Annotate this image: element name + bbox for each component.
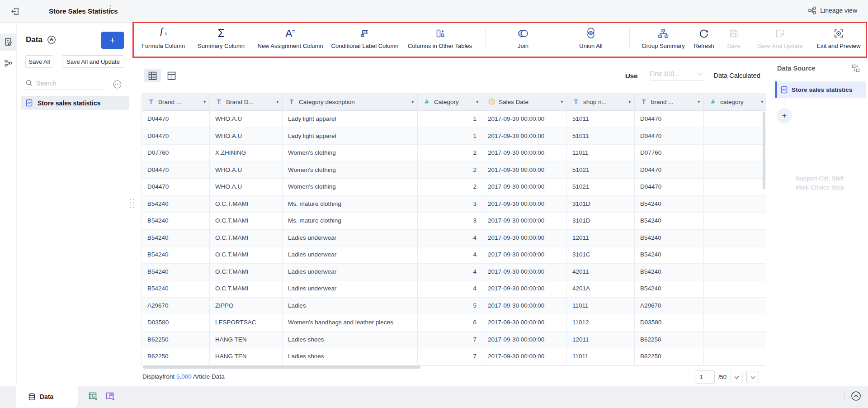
table-cell: B54240 — [635, 230, 704, 247]
search-input[interactable] — [36, 80, 95, 87]
use-label: Use — [625, 72, 638, 80]
union-all-icon — [585, 26, 596, 39]
page-down-button[interactable] — [746, 371, 759, 383]
collapse-circle-icon[interactable] — [47, 35, 56, 44]
toolbar-item-label: Conditional Label Column — [331, 43, 399, 49]
column-header-brand[interactable]: TBrand ...▾ — [142, 93, 210, 110]
add-step-button[interactable]: + — [777, 108, 792, 123]
table-cell: Ladies underwear — [283, 230, 418, 247]
table-cell: X.ZHINING — [210, 145, 283, 161]
add-chart-icon[interactable] — [89, 392, 98, 401]
column-header-category[interactable]: #Category▾ — [418, 93, 482, 110]
table-cell: 2017-09-30 00:00:00 — [482, 230, 567, 247]
add-dataset-button[interactable]: + — [101, 32, 124, 49]
columns-in-other-tables-button[interactable]: Columns in Other Tables — [402, 26, 478, 49]
table-row: B54240O.C.T.MAMIMs. mature clothing32017… — [142, 213, 766, 230]
table-row: D04470WHO.A.ULady light apparel12017-09-… — [142, 111, 766, 128]
table-cell: B62250 — [635, 332, 704, 348]
table-cell: 1 — [418, 128, 482, 145]
dataset-list-item[interactable]: Store sales statistics — [21, 96, 129, 110]
table-cell: Ms. mature clothing — [283, 213, 418, 229]
table-cell — [704, 264, 767, 280]
refresh-button[interactable]: Refresh — [691, 26, 717, 49]
table-cell: HANG TEN — [210, 332, 283, 348]
column-dropdown-caret[interactable]: ▾ — [561, 100, 563, 104]
column-dropdown-caret[interactable]: ▾ — [411, 100, 414, 104]
table-cell: B54240 — [635, 280, 704, 297]
column-header-sales-date[interactable]: Sales Date▾ — [482, 93, 567, 110]
vertical-scrollbar[interactable] — [763, 112, 765, 189]
column-dropdown-caret[interactable]: ▾ — [761, 100, 763, 104]
dataset-edit-icon[interactable] — [4, 38, 13, 46]
conditional-label-column-button[interactable]: Conditional Label Column — [329, 26, 401, 49]
data-panel: Data + Save All Save All and Update Stor… — [17, 23, 129, 386]
table-cell: O.C.T.MAMI — [210, 264, 283, 280]
table-cell: 2017-09-30 00:00:00 — [482, 179, 567, 195]
collapse-bottom-icon[interactable] — [851, 391, 861, 401]
table-cell: D04470 — [142, 111, 210, 128]
save-and-update-button: Save And Update — [753, 26, 807, 49]
column-header-brand[interactable]: Tbrand ...▾ — [635, 93, 704, 110]
panel-resize-handle[interactable] — [130, 199, 134, 211]
table-cell: 11011 — [567, 145, 635, 161]
table-cell: Women's clothing — [283, 179, 418, 195]
record-count-text: Displayfront 5,000 Article Data — [142, 373, 225, 380]
page-up-button[interactable] — [730, 371, 743, 383]
column-header-category-description[interactable]: TCategory description▾ — [283, 93, 418, 110]
table-cell: D04470 — [635, 111, 704, 128]
column-dropdown-caret[interactable]: ▾ — [698, 100, 700, 104]
record-count-value: 5,000 — [176, 373, 192, 380]
toolbar-item-label: Save — [727, 43, 741, 49]
bottom-bar — [0, 386, 868, 408]
column-header-label: Category — [434, 99, 472, 105]
table-cell: Ladies shoes — [283, 332, 418, 348]
toolbar: ƒxFormula ColumnΣSummary ColumnA=New Ass… — [136, 26, 864, 55]
table-cell: 3101D — [567, 196, 635, 213]
page-number-input[interactable] — [695, 370, 715, 384]
more-menu-icon[interactable]: ⋮ — [107, 6, 114, 9]
exit-editor-icon[interactable] — [11, 7, 20, 16]
expand-steps-icon[interactable] — [852, 64, 860, 72]
union-all-button[interactable]: Union All — [566, 26, 616, 49]
panel-view-toggle[interactable] — [163, 69, 180, 82]
table-row: B62250HANG TENLadies shoes72017-09-30 00… — [142, 348, 766, 365]
table-cell: Ladies underwear — [283, 264, 418, 280]
search-options-icon[interactable] — [113, 80, 122, 89]
table-cell: Ladies shoes — [283, 348, 418, 365]
horizontal-scrollbar[interactable] — [143, 365, 420, 369]
column-header-shop-n[interactable]: Tshop n...▾ — [567, 93, 635, 110]
formula-column-button[interactable]: ƒxFormula Column — [136, 26, 190, 49]
save-all-button[interactable]: Save All — [25, 55, 53, 68]
table-cell: 2017-09-30 00:00:00 — [482, 332, 567, 348]
summary-column-button[interactable]: ΣSummary Column — [194, 26, 248, 49]
table-cell: 11012 — [567, 314, 635, 331]
row-limit-dropdown[interactable]: First 100... — [650, 70, 704, 81]
relation-flow-icon[interactable] — [4, 59, 13, 67]
add-dashboard-icon[interactable] — [106, 392, 115, 401]
join-button[interactable]: Join — [498, 26, 548, 49]
text-type-icon: T — [288, 98, 295, 105]
column-header-brand-d[interactable]: TBrand D...▾ — [210, 93, 283, 110]
table-cell: 3101D — [567, 213, 635, 229]
exit-and-preview-button[interactable]: Exit and Preview — [813, 26, 864, 49]
lineage-view-button[interactable]: Lineage view — [808, 6, 857, 14]
column-header-category[interactable]: #category▾ — [704, 93, 767, 110]
toolbar-item-label: Columns in Other Tables — [408, 43, 472, 49]
grid-view-toggle[interactable] — [144, 69, 161, 82]
column-dropdown-caret[interactable]: ▾ — [628, 100, 631, 104]
source-step-item[interactable]: Store sales statistics — [775, 81, 866, 98]
column-dropdown-caret[interactable]: ▾ — [203, 100, 206, 104]
table-cell: 2017-09-30 00:00:00 — [482, 145, 567, 161]
group-summary-button[interactable]: Group Summary — [635, 26, 691, 49]
column-dropdown-caret[interactable]: ▾ — [476, 100, 478, 104]
table-cell: 4 — [418, 247, 482, 263]
table-cell — [704, 213, 767, 229]
save-all-and-update-button[interactable]: Save All and Update — [62, 55, 124, 68]
column-dropdown-caret[interactable]: ▾ — [276, 100, 278, 104]
group-summary-icon — [657, 26, 669, 39]
table-cell: 2017-09-30 00:00:00 — [482, 162, 567, 179]
table-cell: D03580 — [142, 314, 210, 331]
new-assignment-column-button[interactable]: A=New Assignment Column — [252, 26, 329, 49]
table-cell: B62250 — [635, 348, 704, 365]
tab-data[interactable]: Data — [16, 385, 78, 408]
